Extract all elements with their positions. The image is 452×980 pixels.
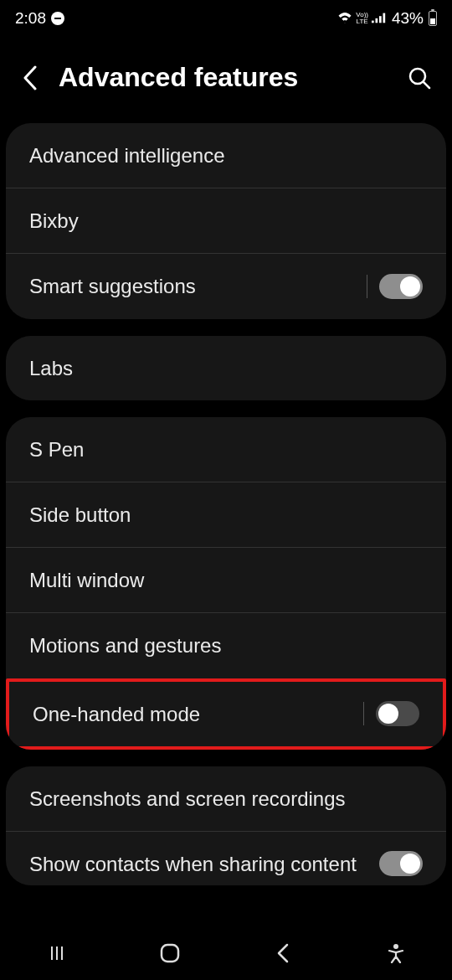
group-labs: Labs [6,336,446,400]
group-input: S Pen Side button Multi window Motions a… [6,417,446,750]
row-smart-suggestions[interactable]: Smart suggestions [6,253,446,318]
row-one-handed[interactable]: One-handed mode [9,682,443,746]
row-multi-window[interactable]: Multi window [6,547,446,612]
wifi-icon [337,12,352,26]
group-intelligence: Advanced intelligence Bixby Smart sugges… [6,123,446,319]
header: Advanced features [0,37,452,123]
svg-rect-9 [162,945,178,962]
search-button[interactable] [405,64,434,92]
label-side-button: Side button [29,502,423,528]
home-button[interactable] [153,936,187,970]
battery-percent: 43% [392,9,424,28]
toggle-one-handed[interactable] [376,701,419,726]
label-screenshots: Screenshots and screen recordings [29,786,423,812]
svg-line-5 [424,82,429,88]
status-bar: 2:08 Vo)) LTE 43% [0,0,452,37]
toggle-smart-suggestions[interactable] [379,274,423,299]
label-labs: Labs [29,355,423,381]
row-s-pen[interactable]: S Pen [6,417,446,482]
svg-rect-2 [379,16,382,23]
label-bixby: Bixby [29,208,423,234]
status-time: 2:08 [15,9,46,28]
row-advanced-intelligence[interactable]: Advanced intelligence [6,123,446,188]
row-show-contacts[interactable]: Show contacts when sharing content [6,831,446,885]
battery-icon [429,11,437,26]
svg-point-10 [393,944,398,949]
status-right: Vo)) LTE 43% [337,9,437,28]
status-left: 2:08 [15,9,64,28]
volte-icon: Vo)) LTE [356,12,368,25]
label-smart-suggestions: Smart suggestions [29,273,367,299]
label-advanced-intelligence: Advanced intelligence [29,142,423,168]
svg-rect-0 [372,20,374,23]
highlight-one-handed: One-handed mode [6,678,446,750]
divider-icon [363,702,364,725]
recents-button[interactable] [40,936,74,970]
label-show-contacts: Show contacts when sharing content [29,851,379,877]
navigation-bar [0,926,452,980]
toggle-show-contacts[interactable] [379,851,423,876]
back-button[interactable] [18,66,42,90]
group-screenshots: Screenshots and screen recordings Show c… [6,766,446,885]
label-s-pen: S Pen [29,436,423,462]
signal-icon [372,12,387,26]
svg-rect-3 [383,13,385,23]
dnd-icon [51,12,64,25]
row-screenshots[interactable]: Screenshots and screen recordings [6,766,446,831]
label-one-handed: One-handed mode [33,701,363,727]
settings-content: Advanced intelligence Bixby Smart sugges… [0,123,452,885]
label-motions-gestures: Motions and gestures [29,632,423,658]
accessibility-button[interactable] [379,936,413,970]
divider-icon [367,275,367,298]
label-multi-window: Multi window [29,567,423,593]
row-motions-gestures[interactable]: Motions and gestures [6,612,446,678]
page-title: Advanced features [59,62,388,93]
row-bixby[interactable]: Bixby [6,188,446,253]
svg-rect-1 [375,18,378,22]
back-nav-button[interactable] [266,936,300,970]
row-side-button[interactable]: Side button [6,482,446,547]
row-labs[interactable]: Labs [6,336,446,400]
